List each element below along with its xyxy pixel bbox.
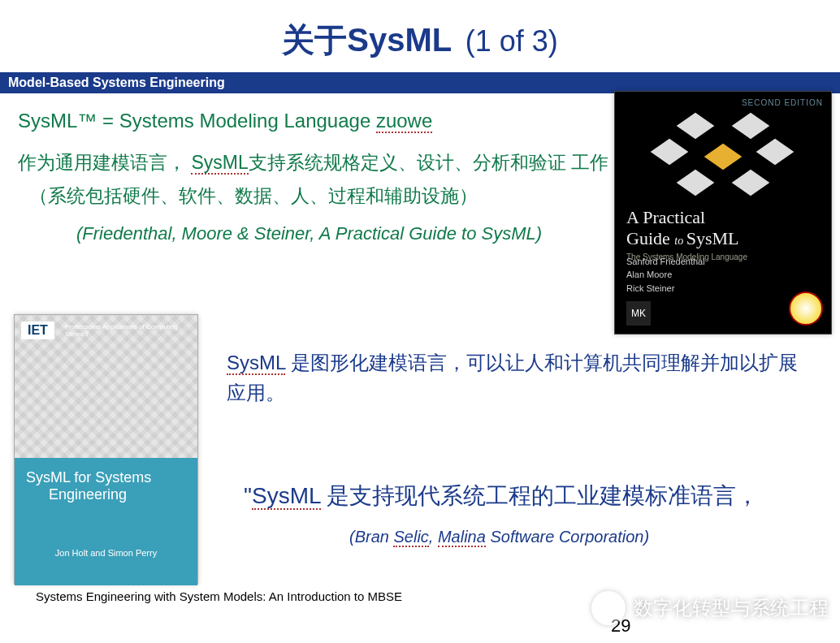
quote-open: "	[244, 483, 252, 508]
book1-title-l1: A Practical	[626, 207, 820, 228]
mid-para-dotted: SysML	[227, 352, 285, 375]
book1-edition: SECOND EDITION	[742, 98, 823, 107]
book2-series: Professional Applications of Computing S…	[65, 323, 197, 338]
book1-authors: Sanford Friedenthal Alan Moore Rick Stei…	[626, 255, 705, 296]
quote-citation: (Bran Selic, Malina Software Corporation…	[349, 528, 649, 546]
book1-publisher-icon: MK	[626, 301, 651, 326]
line2-prefix: 作为通用建模语言，	[18, 152, 191, 173]
line2-dotted: SysML	[191, 152, 248, 175]
title-main: 关于SysML	[282, 22, 452, 58]
book1-title-l2: Guide to SysML	[626, 228, 820, 249]
book1-badge-icon	[789, 291, 823, 326]
watermark-text: 数字化转型与系统工程	[634, 595, 829, 621]
wechat-icon	[591, 591, 626, 625]
line1-dotted: zuowe	[376, 110, 432, 133]
quote-line: "SysML 是支持现代系统工程的工业建模标准语言，	[244, 481, 808, 511]
book2-bottom: SysML for Systems Engineering Jon Holt a…	[15, 458, 197, 585]
slide-title: 关于SysML (1 of 3)	[0, 0, 840, 72]
book2-authors: Jon Holt and Simon Perry	[15, 548, 197, 558]
book1-graphic-icon	[650, 111, 796, 201]
bottom-caption: Systems Engineering with System Models: …	[36, 589, 402, 603]
book2-title-l1: SysML for Systems	[26, 469, 186, 486]
quote-dotted: SysML	[252, 483, 321, 510]
quote-rest: 是支持现代系统工程的工业建模标准语言，	[321, 483, 760, 508]
book2-top: IET Professional Applications of Computi…	[15, 315, 197, 458]
title-count: (1 of 3)	[465, 24, 558, 58]
mid-para-rest: 是图形化建模语言，可以让人和计算机共同理解并加以扩展应用。	[227, 352, 798, 403]
iet-logo-icon: IET	[21, 322, 54, 339]
book-cover-practical-guide: SECOND EDITION A Practical Guide to SysM…	[614, 91, 832, 334]
line2-suffix: 支持系统规格定义、设计、分析和验证 工作	[249, 152, 608, 173]
watermark: 数字化转型与系统工程	[591, 591, 829, 625]
mid-paragraph: SysML 是图形化建模语言，可以让人和计算机共同理解并加以扩展应用。	[227, 347, 799, 408]
book-cover-sysml-se: IET Professional Applications of Computi…	[14, 314, 198, 585]
book2-title-l2: Engineering	[49, 486, 186, 503]
book1-title-block: A Practical Guide to SysML The Systems M…	[626, 207, 820, 261]
line1-prefix: SysML™ = Systems Modeling Language	[18, 110, 376, 132]
